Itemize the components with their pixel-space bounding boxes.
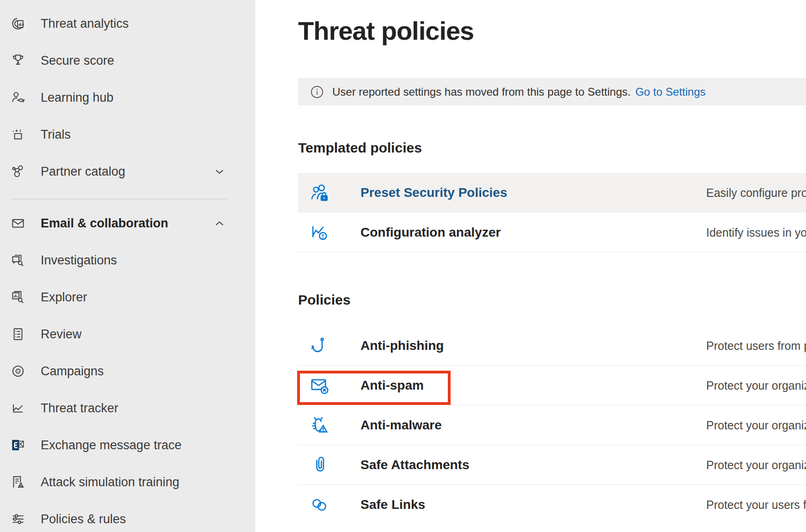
line-chart-icon bbox=[10, 400, 26, 416]
row-configuration-analyzer[interactable]: Configuration analyzer Identify issues i… bbox=[298, 213, 806, 252]
chevron-up-icon[interactable] bbox=[213, 216, 226, 230]
section-heading-templated-policies: Templated policies bbox=[298, 140, 422, 156]
sidebar-item-threat-tracker[interactable]: Threat tracker bbox=[0, 390, 255, 427]
row-safe-links[interactable]: Safe Links Protect your users fr bbox=[298, 485, 806, 525]
row-description: Identify issues in you bbox=[706, 226, 806, 239]
envelope-icon bbox=[10, 215, 26, 231]
sidebar-item-label: Email & collaboration bbox=[41, 216, 168, 231]
row-label[interactable]: Safe Links bbox=[360, 497, 425, 512]
explorer-icon bbox=[10, 289, 26, 305]
sidebar-item-label: Threat analytics bbox=[41, 17, 129, 31]
sidebar-item-label: Secure score bbox=[41, 54, 114, 68]
row-description: Protect users from p bbox=[706, 339, 806, 352]
preset-security-icon bbox=[309, 182, 331, 204]
sidebar-item-learning-hub[interactable]: Learning hub bbox=[0, 79, 255, 116]
sidebar-item-threat-analytics[interactable]: Threat analytics bbox=[0, 5, 255, 42]
sidebar-item-label: Campaigns bbox=[41, 364, 104, 379]
sidebar-item-label: Investigations bbox=[41, 253, 117, 268]
investigations-icon bbox=[10, 252, 26, 268]
sidebar-item-label: Learning hub bbox=[41, 91, 114, 105]
row-label[interactable]: Anti-malware bbox=[360, 418, 442, 433]
sidebar-item-exchange-message-trace[interactable]: Exchange message trace bbox=[0, 427, 255, 464]
sidebar-item-secure-score[interactable]: Secure score bbox=[0, 42, 255, 79]
attack-simulation-icon bbox=[10, 474, 26, 490]
row-description: Protect your users fr bbox=[706, 498, 806, 512]
trophy-icon bbox=[10, 53, 26, 68]
sidebar-item-label: Partner catalog bbox=[41, 165, 125, 179]
row-anti-phishing[interactable]: Anti-phishing Protect users from p bbox=[298, 326, 806, 366]
sidebar-item-email-collaboration[interactable]: Email & collaboration bbox=[0, 205, 255, 242]
go-to-settings-link[interactable]: Go to Settings bbox=[635, 86, 706, 98]
sidebar-item-label: Review bbox=[41, 327, 82, 342]
fish-hook-icon bbox=[309, 335, 331, 357]
review-icon bbox=[10, 326, 26, 342]
paperclip-icon bbox=[309, 454, 331, 476]
configuration-analyzer-icon bbox=[309, 221, 331, 244]
threat-analytics-icon bbox=[10, 16, 26, 31]
row-description: Protect your organiz bbox=[706, 418, 806, 432]
chevron-down-icon[interactable] bbox=[213, 165, 226, 178]
row-anti-malware[interactable]: Anti-malware Protect your organiz bbox=[298, 405, 806, 445]
row-safe-attachments[interactable]: Safe Attachments Protect your organiz bbox=[298, 445, 806, 485]
sidebar-item-label: Explorer bbox=[41, 290, 87, 305]
sidebar-item-investigations[interactable]: Investigations bbox=[0, 242, 255, 279]
sidebar-item-label: Trials bbox=[41, 128, 71, 142]
page-title: Threat policies bbox=[298, 16, 474, 46]
sidebar-item-attack-simulation-training[interactable]: Attack simulation training bbox=[0, 464, 255, 501]
row-label[interactable]: Anti-spam bbox=[360, 378, 424, 393]
envelope-block-icon bbox=[309, 374, 331, 397]
chain-links-icon bbox=[309, 494, 331, 516]
sidebar-item-partner-catalog[interactable]: Partner catalog bbox=[0, 153, 255, 190]
policies-list: Anti-phishing Protect users from p Anti-… bbox=[298, 326, 806, 525]
row-label[interactable]: Anti-phishing bbox=[360, 338, 444, 353]
row-label[interactable]: Safe Attachments bbox=[360, 458, 469, 472]
row-anti-spam[interactable]: Anti-spam Protect your organiz bbox=[298, 366, 806, 405]
templated-policies-list: Preset Security Policies Easily configur… bbox=[298, 173, 806, 252]
row-description: Easily configure prot bbox=[706, 186, 806, 200]
sidebar-item-label: Attack simulation training bbox=[41, 475, 179, 489]
row-label[interactable]: Configuration analyzer bbox=[360, 225, 501, 240]
trials-icon bbox=[10, 127, 26, 142]
sidebar-item-label: Policies & rules bbox=[41, 512, 126, 526]
row-description: Protect your organiz bbox=[706, 458, 806, 471]
main-content: Threat policies User reported settings h… bbox=[255, 0, 806, 532]
sidebar-item-explorer[interactable]: Explorer bbox=[0, 279, 255, 316]
sidebar-item-label: Exchange message trace bbox=[41, 438, 182, 453]
info-icon bbox=[310, 85, 324, 99]
section-heading-policies: Policies bbox=[298, 292, 350, 308]
banner-text: User reported settings has moved from th… bbox=[332, 86, 631, 98]
info-banner: User reported settings has moved from th… bbox=[298, 78, 806, 105]
exchange-logo-icon bbox=[10, 437, 26, 453]
row-preset-security-policies[interactable]: Preset Security Policies Easily configur… bbox=[298, 173, 806, 213]
partner-catalog-icon bbox=[10, 164, 26, 179]
sidebar-divider bbox=[11, 199, 227, 199]
sidebar: Threat analytics Secure score Learning h… bbox=[0, 0, 255, 532]
row-label[interactable]: Preset Security Policies bbox=[360, 185, 507, 200]
sidebar-item-label: Threat tracker bbox=[41, 401, 118, 416]
bullseye-icon bbox=[10, 363, 26, 379]
row-description: Protect your organiz bbox=[706, 379, 806, 392]
sliders-icon bbox=[10, 511, 26, 527]
sidebar-item-campaigns[interactable]: Campaigns bbox=[0, 353, 255, 390]
bug-warning-icon bbox=[309, 414, 331, 436]
learning-hub-icon bbox=[10, 90, 26, 105]
sidebar-item-policies-rules[interactable]: Policies & rules bbox=[0, 501, 255, 532]
sidebar-item-trials[interactable]: Trials bbox=[0, 116, 255, 153]
sidebar-item-review[interactable]: Review bbox=[0, 316, 255, 353]
